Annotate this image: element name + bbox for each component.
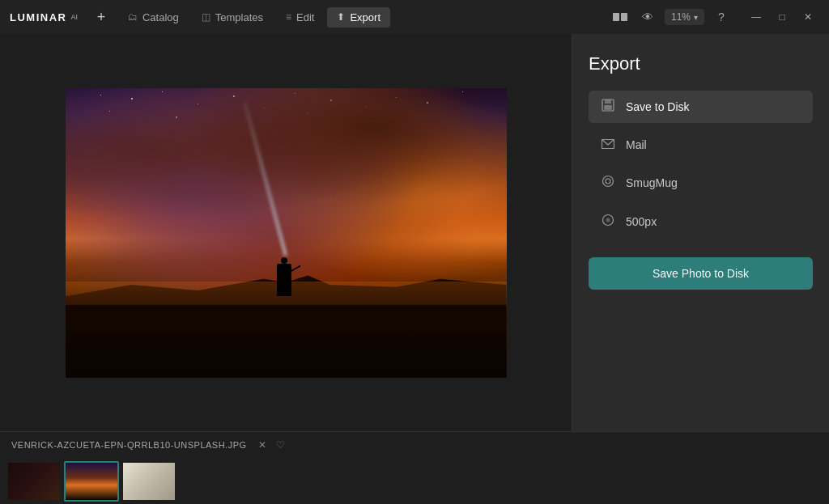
maximize-button[interactable]: □ [771,6,793,28]
app-ai-label: AI [70,13,78,21]
500px-icon [600,214,616,230]
thumbnail-2-image [66,463,117,500]
catalog-icon: 🗂 [128,11,138,23]
close-button[interactable]: ✕ [797,6,819,28]
smugmug-icon [600,175,616,191]
filmstrip-close-button[interactable]: ✕ [255,438,270,452]
export-title: Export [589,53,813,74]
preview-icon[interactable]: 👁 [637,6,658,28]
thumbnail-3[interactable] [121,461,176,502]
help-button[interactable]: ? [711,6,732,28]
person-silhouette [277,264,291,296]
zoom-value: 11% [671,11,691,23]
save-to-disk-label: Save to Disk [626,100,690,113]
svg-point-5 [603,176,614,187]
nav-catalog-label: Catalog [142,11,179,23]
thumbnail-1-image [8,463,60,500]
zoom-chevron-icon: ▾ [694,13,698,22]
thumbnail-3-image [123,463,175,500]
edit-icon: ≡ [286,11,291,23]
templates-icon: ◫ [202,11,210,23]
nav-bar: + 🗂 Catalog ◫ Templates ≡ Edit ⬆ Export [91,6,610,28]
dual-view-icon[interactable] [610,6,631,28]
titlebar-right: 👁 11% ▾ ? — □ ✕ [610,6,819,28]
smugmug-label: SmugMug [626,176,678,189]
export-option-save-to-disk[interactable]: Save to Disk [589,91,813,123]
app-title: LUMINAR [10,11,66,23]
nav-templates[interactable]: ◫ Templates [192,7,273,28]
filmstrip: VENRICK-AZCUETA-EPN-QRRLB10-UNSPLASH.JPG… [0,431,829,504]
save-photo-to-disk-button[interactable]: Save Photo to Disk [589,257,813,290]
photo-area [0,34,572,431]
zoom-control[interactable]: 11% ▾ [665,9,704,25]
titlebar: LUMINARAI + 🗂 Catalog ◫ Templates ≡ Edit… [0,0,829,34]
500px-label: 500px [626,215,657,228]
photo-canvas [66,88,507,378]
filmstrip-thumbnails [0,458,829,504]
thumbnail-2[interactable] [64,461,119,502]
nav-templates-label: Templates [215,11,263,23]
mail-icon [600,138,616,152]
svg-rect-1 [605,100,611,104]
window-controls: — □ ✕ [745,6,819,28]
app-logo: LUMINARAI [10,11,78,23]
photo-background [66,88,507,378]
svg-point-6 [606,179,610,184]
filmstrip-favorite-button[interactable]: ♡ [276,439,285,451]
filmstrip-header: VENRICK-AZCUETA-EPN-QRRLB10-UNSPLASH.JPG… [0,432,829,458]
thumbnail-1[interactable] [6,461,62,502]
export-icon: ⬆ [337,11,345,23]
clouds-layer [66,88,507,248]
export-option-500px[interactable]: 500px [589,205,813,238]
photo-container [66,88,507,378]
add-button[interactable]: + [91,6,112,28]
nav-edit[interactable]: ≡ Edit [276,7,324,28]
nav-catalog[interactable]: 🗂 Catalog [118,7,189,28]
save-to-disk-icon [600,99,616,115]
export-option-smugmug[interactable]: SmugMug [589,167,813,199]
minimize-button[interactable]: — [745,6,767,28]
nav-export-label: Export [350,11,380,23]
export-option-mail[interactable]: Mail [589,129,813,160]
mail-label: Mail [626,138,647,151]
nav-export[interactable]: ⬆ Export [327,7,390,28]
export-panel: Export Save to Disk Mail [572,34,829,431]
nav-edit-label: Edit [296,11,314,23]
svg-point-8 [606,218,610,222]
filmstrip-filename: VENRICK-AZCUETA-EPN-QRRLB10-UNSPLASH.JPG [11,440,247,450]
main-content: Export Save to Disk Mail [0,34,829,431]
